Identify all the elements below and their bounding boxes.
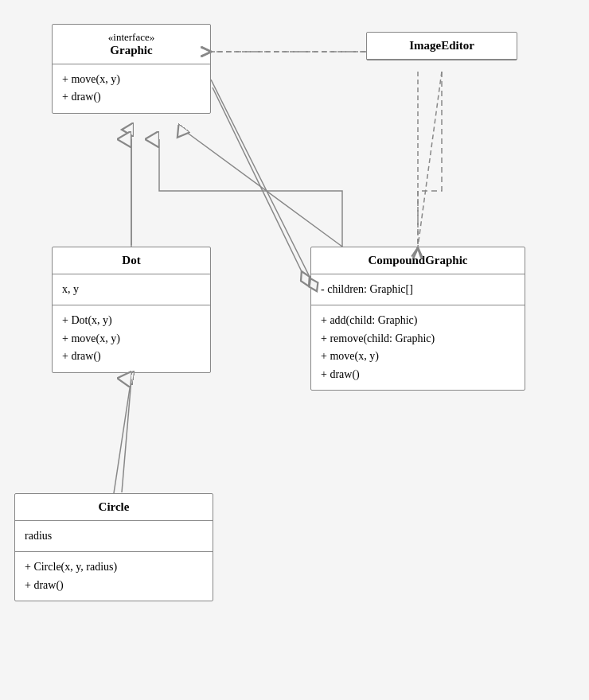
imageeditor-class-box: ImageEditor	[366, 32, 517, 60]
circle-attr-1: radius	[25, 527, 203, 545]
graphic-methods: + move(x, y) + draw()	[53, 64, 210, 113]
dot-method-1: + Dot(x, y)	[62, 312, 201, 329]
compoundgraphic-aggregates-graphic	[211, 80, 310, 278]
circle-header: Circle	[15, 494, 213, 521]
dot-header: Dot	[53, 247, 210, 274]
dot-method-2: + move(x, y)	[62, 330, 201, 348]
graphic-classname: Graphic	[62, 44, 201, 57]
graphic-stereotype: «interface»	[62, 31, 201, 44]
compoundgraphic-class-box: CompoundGraphic - children: Graphic[] + …	[310, 247, 525, 391]
circle-method-1: + Circle(x, y, radius)	[25, 558, 203, 576]
graphic-to-compoundgraphic-aggregation	[213, 88, 309, 286]
compoundgraphic-method-1: + add(child: Graphic)	[321, 312, 515, 329]
circle-methods: + Circle(x, y, radius) + draw()	[15, 552, 213, 601]
dot-attributes: x, y	[53, 274, 210, 305]
dot-methods: + Dot(x, y) + move(x, y) + draw()	[53, 305, 210, 371]
compoundgraphic-attr-1: - children: Graphic[]	[321, 281, 515, 298]
dot-method-3: + draw()	[62, 348, 201, 365]
compoundgraphic-implements-graphic-arrow	[183, 130, 342, 247]
circle-method-2: + draw()	[25, 577, 203, 594]
imageeditor-header: ImageEditor	[367, 33, 517, 60]
dot-class-box: Dot x, y + Dot(x, y) + move(x, y) + draw…	[52, 247, 211, 373]
circle-inherits-dot-arrow	[114, 378, 131, 493]
dot-attr-1: x, y	[62, 281, 201, 298]
compoundgraphic-to-graphic-inherit	[159, 139, 342, 247]
compoundgraphic-method-4: + draw()	[321, 366, 515, 383]
compoundgraphic-method-2: + remove(child: Graphic)	[321, 330, 515, 348]
circle-attributes: radius	[15, 521, 213, 552]
imageeditor-compoundgraphic-arrow	[418, 72, 442, 247]
compoundgraphic-methods: + add(child: Graphic) + remove(child: Gr…	[311, 305, 525, 390]
graphic-method-1: + move(x, y)	[62, 71, 201, 88]
dot-classname: Dot	[62, 254, 201, 267]
compoundgraphic-header: CompoundGraphic	[311, 247, 525, 274]
imageeditor-classname: ImageEditor	[376, 39, 507, 52]
graphic-method-2: + draw()	[62, 88, 201, 106]
graphic-header: «interface» Graphic	[53, 25, 210, 64]
circle-class-box: Circle radius + Circle(x, y, radius) + d…	[14, 493, 213, 601]
graphic-class-box: «interface» Graphic + move(x, y) + draw(…	[52, 24, 211, 114]
circle-to-dot-inherit	[122, 379, 131, 492]
uml-diagram: «interface» Graphic + move(x, y) + draw(…	[0, 0, 589, 700]
compoundgraphic-classname: CompoundGraphic	[321, 254, 515, 267]
circle-classname: Circle	[25, 500, 203, 514]
compoundgraphic-method-3: + move(x, y)	[321, 348, 515, 365]
imageeditor-to-compoundgraphic	[418, 72, 442, 247]
compoundgraphic-attributes: - children: Graphic[]	[311, 274, 525, 305]
